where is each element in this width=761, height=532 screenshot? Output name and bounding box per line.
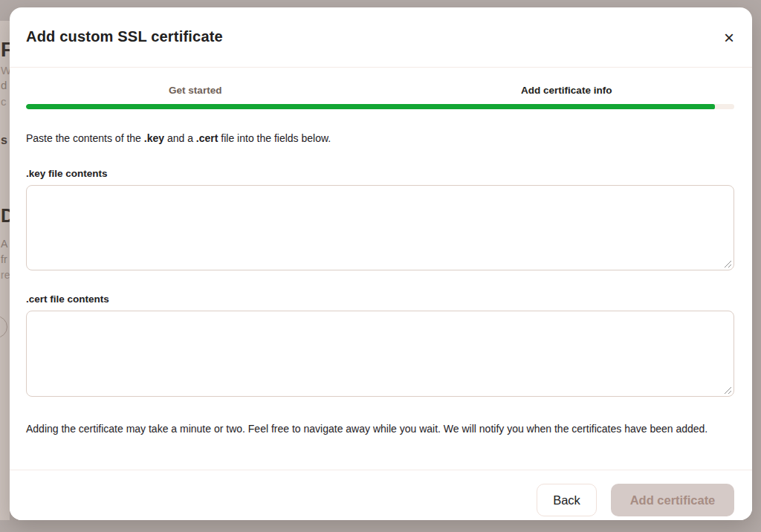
key-file-label: .key file contents xyxy=(26,168,734,179)
intro-mid: and a xyxy=(164,132,196,144)
resize-grip-icon[interactable] xyxy=(723,259,732,268)
resize-grip-icon[interactable] xyxy=(723,386,732,395)
step-add-certificate-info: Add certificate info xyxy=(381,85,753,96)
dialog-header: Add custom SSL certificate × xyxy=(10,7,752,68)
background-page-strip: F W d c s D A fr re xyxy=(0,21,10,520)
background-text-fragment: c xyxy=(1,95,7,108)
background-text-fragment: A xyxy=(1,238,7,250)
background-text-fragment: F xyxy=(1,39,10,62)
background-text-fragment: d xyxy=(1,79,7,91)
dialog-title: Add custom SSL certificate xyxy=(26,28,223,45)
intro-key: .key xyxy=(144,132,164,144)
intro-cert: .cert xyxy=(196,132,218,144)
background-text-fragment: s xyxy=(1,134,7,147)
add-certificate-button[interactable]: Add certificate xyxy=(611,484,734,516)
background-text-fragment: fr xyxy=(1,253,7,265)
cert-file-label: .cert file contents xyxy=(26,293,734,305)
progress-bar-track xyxy=(26,104,734,109)
note-text: Adding the certificate may take a minute… xyxy=(26,419,734,438)
dialog-body: Paste the contents of the .key and a .ce… xyxy=(10,131,752,438)
background-arc-fragment xyxy=(0,316,7,338)
step-get-started[interactable]: Get started xyxy=(10,85,381,96)
progress-bar-fill xyxy=(26,104,715,109)
wizard-stepper: Get started Add certificate info xyxy=(10,68,752,109)
key-file-field xyxy=(26,185,734,270)
add-ssl-certificate-dialog: Add custom SSL certificate × Get started… xyxy=(10,7,752,520)
intro-pre: Paste the contents of the xyxy=(26,132,144,144)
cert-file-textarea[interactable] xyxy=(26,311,734,397)
key-file-textarea[interactable] xyxy=(26,185,734,270)
background-text-fragment: D xyxy=(1,205,10,227)
background-text-fragment: re xyxy=(1,269,10,281)
back-button[interactable]: Back xyxy=(537,484,597,516)
cert-file-field xyxy=(26,311,734,397)
intro-text: Paste the contents of the .key and a .ce… xyxy=(26,131,734,146)
close-icon[interactable]: × xyxy=(718,27,740,49)
background-text-fragment: W xyxy=(1,64,10,77)
intro-post: file into the fields below. xyxy=(218,132,331,144)
dialog-footer: Back Add certificate xyxy=(10,470,752,520)
